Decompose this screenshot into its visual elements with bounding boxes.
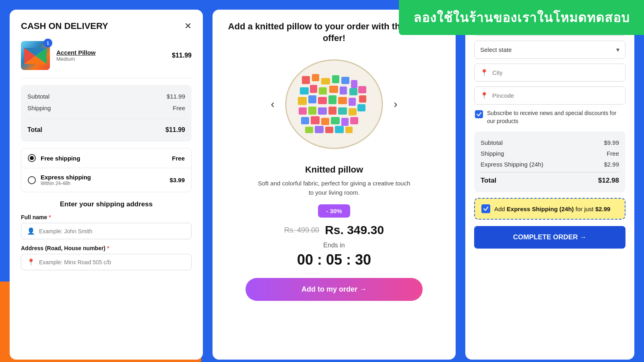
countdown-timer: 00 : 05 : 30 <box>297 251 371 268</box>
svg-rect-9 <box>332 75 339 83</box>
subscribe-row: Subscribe to receive news and special di… <box>474 109 625 125</box>
subscribe-checkbox[interactable] <box>475 110 483 118</box>
express-price: $3.99 <box>169 177 185 183</box>
original-price: Rs. 499.00 <box>284 226 319 234</box>
required-indicator: * <box>49 214 51 220</box>
right-express-label: Express Shipping (24h) <box>481 161 543 168</box>
svg-rect-18 <box>349 88 357 95</box>
express-sub: Within 24-48h <box>41 181 169 186</box>
svg-rect-32 <box>349 108 357 115</box>
svg-rect-15 <box>319 87 327 95</box>
free-shipping-price: Free <box>172 155 185 162</box>
pincode-input[interactable] <box>492 92 619 99</box>
offer-product-name: Knitted pillow <box>305 165 363 175</box>
svg-rect-43 <box>345 127 353 133</box>
product-price: $11.99 <box>172 52 192 59</box>
product-image-wrap: 1 <box>21 41 50 70</box>
svg-rect-37 <box>341 118 349 126</box>
checkout-right-panel: 📍 Select state State 1 State 2 ▾ 📍 📍 <box>465 10 634 360</box>
product-carousel: ‹ <box>224 52 444 156</box>
svg-rect-35 <box>321 118 329 125</box>
free-shipping-label: Free shipping <box>41 155 172 162</box>
free-shipping-radio[interactable] <box>28 154 36 162</box>
svg-rect-11 <box>351 80 357 88</box>
express-name: Express shipping <box>41 174 169 181</box>
svg-rect-34 <box>311 116 320 124</box>
svg-rect-17 <box>340 86 347 95</box>
svg-rect-12 <box>358 86 366 93</box>
express-shipping-radio[interactable] <box>28 176 36 184</box>
product-row: 1 Accent Pillow Medium $11.99 <box>21 41 192 70</box>
svg-rect-25 <box>349 98 356 106</box>
address-section-title: Enter your shipping address <box>21 200 192 208</box>
svg-rect-38 <box>350 117 358 124</box>
state-select[interactable]: Select state State 1 State 2 <box>480 46 616 53</box>
knitted-pillow-image <box>278 52 390 156</box>
svg-rect-23 <box>328 95 336 104</box>
express-upsell-box: Add Express Shipping (24h) for just $2.9… <box>474 198 625 220</box>
svg-rect-31 <box>338 107 347 115</box>
discount-badge: - 30% <box>318 204 350 218</box>
right-express-row: Express Shipping (24h) $2.99 <box>481 159 619 170</box>
location-icon-city: 📍 <box>480 69 488 76</box>
right-subtotal-row: Subtotal $9.99 <box>481 137 619 148</box>
svg-rect-20 <box>298 97 307 105</box>
subtotal-value: $11.99 <box>167 93 185 100</box>
svg-rect-21 <box>308 95 316 103</box>
right-express-value: $2.99 <box>604 161 619 168</box>
subscribe-label: Subscribe to receive news and special di… <box>487 109 625 125</box>
express-price-bold: $2.99 <box>595 206 611 212</box>
express-shipping-label: Express shipping Within 24-48h <box>41 174 169 186</box>
svg-rect-30 <box>328 107 336 115</box>
svg-rect-14 <box>310 85 317 93</box>
right-shipping-value: Free <box>607 150 619 157</box>
product-size: Medium <box>56 56 172 62</box>
express-shipping-option[interactable]: Express shipping Within 24-48h $3.99 <box>21 168 191 192</box>
location-icon-pincode: 📍 <box>480 92 488 99</box>
svg-rect-28 <box>308 107 316 115</box>
svg-rect-22 <box>318 97 327 104</box>
subtotal-label: Subtotal <box>27 93 50 100</box>
address-input[interactable] <box>39 259 186 265</box>
shipping-name: Free shipping <box>41 155 172 162</box>
svg-rect-24 <box>338 97 347 104</box>
carousel-next-button[interactable]: › <box>390 95 400 114</box>
panel-header: CASH ON DELIVERY ✕ <box>21 21 192 31</box>
complete-order-button[interactable]: COMPLETE ORDER → <box>474 226 625 249</box>
price-row: Rs. 499.00 Rs. 349.30 <box>284 223 384 237</box>
order-summary: Subtotal $11.99 Shipping Free Total $11.… <box>21 85 192 142</box>
city-input[interactable] <box>492 69 619 76</box>
shipping-label: Shipping <box>27 105 51 111</box>
svg-rect-40 <box>315 126 324 133</box>
panel-title: CASH ON DELIVERY <box>21 21 108 31</box>
express-upsell-text: Add Express Shipping (24h) for just $2.9… <box>494 205 610 213</box>
free-shipping-option[interactable]: Free shipping Free <box>21 148 191 168</box>
pincode-field-wrap: 📍 <box>474 86 625 105</box>
check-icon <box>476 111 482 117</box>
add-to-order-button[interactable]: Add to my order → <box>246 278 423 301</box>
express-label-bold: Express Shipping (24h) <box>507 206 574 212</box>
fullname-label: Full name * <box>21 214 192 220</box>
fullname-input-wrap: 👤 <box>21 223 192 239</box>
state-select-wrap[interactable]: Select state State 1 State 2 ▾ <box>474 41 625 59</box>
ends-in-label: Ends in <box>323 242 345 249</box>
fullname-input[interactable] <box>39 228 186 234</box>
chevron-down-icon: ▾ <box>616 46 619 53</box>
svg-rect-6 <box>302 76 310 84</box>
right-subtotal-label: Subtotal <box>481 139 503 146</box>
offer-product-desc: Soft and colorful fabric, perfect for gi… <box>258 179 411 197</box>
product-info: Accent Pillow Medium <box>56 49 172 62</box>
right-shipping-label: Shipping <box>481 150 504 157</box>
express-upsell-checkbox[interactable] <box>481 204 490 213</box>
close-button[interactable]: ✕ <box>184 21 192 31</box>
product-badge: 1 <box>43 39 52 47</box>
right-shipping-row: Shipping Free <box>481 148 619 159</box>
right-total-row: Total $12.98 <box>481 172 619 187</box>
svg-rect-13 <box>300 87 309 95</box>
carousel-prev-button[interactable]: ‹ <box>268 95 278 114</box>
total-label: Total <box>27 126 42 134</box>
right-total-label: Total <box>481 177 496 185</box>
required-indicator2: * <box>107 245 109 251</box>
shipping-value: Free <box>173 105 185 111</box>
total-value: $11.99 <box>165 126 185 134</box>
